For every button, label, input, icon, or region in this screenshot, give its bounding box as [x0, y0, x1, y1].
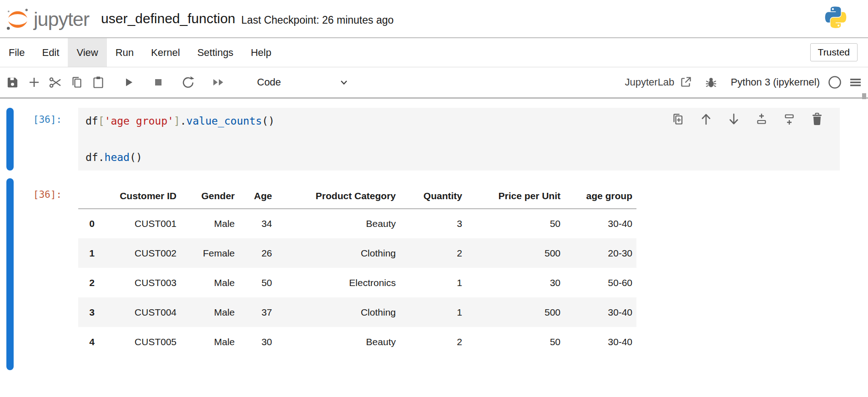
table-cell: Beauty [276, 209, 400, 238]
table-cell: CUST003 [106, 268, 181, 297]
menu-items: FileEditViewRunKernelSettingsHelp [0, 38, 280, 67]
jupyter-wordmark: jupyter [34, 8, 89, 30]
menu-item-edit[interactable]: Edit [33, 38, 68, 67]
restart-kernel-button[interactable] [177, 71, 199, 94]
insert-below-icon [782, 112, 796, 126]
table-cell: 2 [400, 327, 466, 357]
table-cell: CUST005 [106, 327, 181, 357]
table-cell: 30-40 [565, 297, 636, 327]
scrollbar-thumb[interactable] [862, 93, 866, 99]
kernel-status-icon[interactable] [827, 75, 843, 90]
table-cell: 500 [466, 238, 565, 268]
table-row: 2CUST003Male50Electronics13050-60 [78, 268, 636, 297]
trusted-button[interactable]: Trusted [810, 43, 858, 61]
table-cell: Male [181, 268, 239, 297]
table-cell: Clothing [276, 238, 400, 268]
row-index: 3 [78, 297, 106, 327]
menu-item-view[interactable]: View [68, 38, 106, 67]
table-cell: Male [181, 209, 239, 238]
save-button[interactable] [2, 71, 23, 94]
debugger-button[interactable] [703, 71, 719, 94]
table-cell: 30-40 [565, 327, 636, 357]
paste-cells-button[interactable] [87, 71, 109, 94]
scissors-icon [48, 75, 62, 90]
table-cell: 50 [466, 327, 565, 357]
hamburger-menu-icon[interactable] [848, 75, 863, 89]
python-logo-icon [823, 5, 848, 30]
insert-cell-above-button[interactable] [755, 112, 768, 126]
arrow-down-icon [727, 112, 741, 126]
cut-cells-button[interactable] [45, 71, 66, 94]
checkpoint-status: Last Checkpoint: 26 minutes ago [241, 11, 394, 26]
table-cell: 34 [239, 209, 276, 238]
insert-cell-button[interactable] [23, 71, 45, 94]
table-cell: 30 [239, 327, 276, 357]
jupyterlab-label: JupyterLab [625, 76, 674, 88]
column-header: Quantity [400, 184, 466, 209]
table-cell: 20-30 [565, 238, 636, 268]
table-cell: 50 [466, 209, 565, 238]
table-cell: 2 [400, 238, 466, 268]
table-cell: Female [181, 238, 239, 268]
menu-item-kernel[interactable]: Kernel [142, 38, 189, 67]
menu-item-run[interactable]: Run [107, 38, 142, 67]
table-cell: 50-60 [565, 268, 636, 297]
table-cell: 3 [400, 209, 466, 238]
cell-toolbar [671, 112, 824, 126]
table-row: 0CUST001Male34Beauty35030-40 [78, 209, 636, 238]
table-cell: Clothing [276, 297, 400, 327]
trash-icon [811, 112, 823, 126]
table-cell: CUST004 [106, 297, 181, 327]
menu-bar: FileEditViewRunKernelSettingsHelp Truste… [0, 38, 868, 67]
paste-icon [91, 75, 105, 89]
table-cell: 500 [466, 297, 565, 327]
menu-item-file[interactable]: File [0, 38, 33, 67]
table-cell: 1 [400, 297, 466, 327]
column-header: Customer ID [106, 184, 181, 209]
table-row: 1CUST002Female26Clothing250020-30 [78, 238, 636, 268]
table-cell: Electronics [276, 268, 400, 297]
kernel-name[interactable]: Python 3 (ipykernel) [731, 76, 820, 88]
insert-cell-below-button[interactable] [782, 112, 796, 126]
cell-type-dropdown[interactable]: Code [257, 76, 350, 88]
row-index: 2 [78, 268, 106, 297]
column-header: Product Category [276, 184, 400, 209]
column-header: Price per Unit [466, 184, 565, 209]
move-cell-down-button[interactable] [727, 112, 741, 126]
chevron-down-icon [338, 76, 350, 88]
table-cell: Male [181, 327, 239, 357]
table-cell: CUST002 [106, 238, 181, 268]
table-cell: 50 [239, 268, 276, 297]
row-index: 1 [78, 238, 106, 268]
move-cell-up-button[interactable] [699, 112, 713, 126]
duplicate-cell-button[interactable] [671, 112, 685, 126]
code-cell[interactable]: [36]: df['age group'].value_counts() df.… [0, 108, 868, 171]
column-header: Gender [181, 184, 239, 209]
dataframe-table: Customer IDGenderAgeProduct CategoryQuan… [78, 184, 636, 357]
table-cell: Beauty [276, 327, 400, 357]
table-cell: 30-40 [565, 209, 636, 238]
delete-cell-button[interactable] [810, 112, 824, 126]
fast-forward-icon [211, 75, 226, 89]
run-cell-button[interactable] [117, 71, 139, 94]
menu-item-help[interactable]: Help [242, 38, 280, 67]
table-cell: Male [181, 297, 239, 327]
column-header: Age [239, 184, 276, 209]
index-column-header [78, 184, 106, 209]
interrupt-kernel-button[interactable] [147, 71, 169, 94]
output-area: Customer IDGenderAgeProduct CategoryQuan… [78, 178, 840, 357]
code-editor[interactable]: df['age group'].value_counts() df.head() [78, 108, 840, 171]
copy-cells-button[interactable] [66, 71, 87, 94]
toolbar-right: JupyterLab Python 3 (ipykernel) [625, 71, 863, 94]
input-collapser[interactable] [6, 108, 14, 171]
notebook-title[interactable]: user_defined_function [101, 11, 235, 26]
jupyter-logo-icon [5, 6, 31, 33]
run-all-cells-button[interactable] [207, 71, 229, 94]
output-collapser[interactable] [6, 178, 14, 370]
table-cell: CUST001 [106, 209, 181, 238]
menu-item-settings[interactable]: Settings [189, 38, 242, 67]
save-icon [6, 76, 19, 89]
external-link-icon [679, 75, 692, 89]
output-prompt: [36]: [14, 178, 78, 200]
open-in-jupyterlab-link[interactable]: JupyterLab [625, 75, 692, 89]
